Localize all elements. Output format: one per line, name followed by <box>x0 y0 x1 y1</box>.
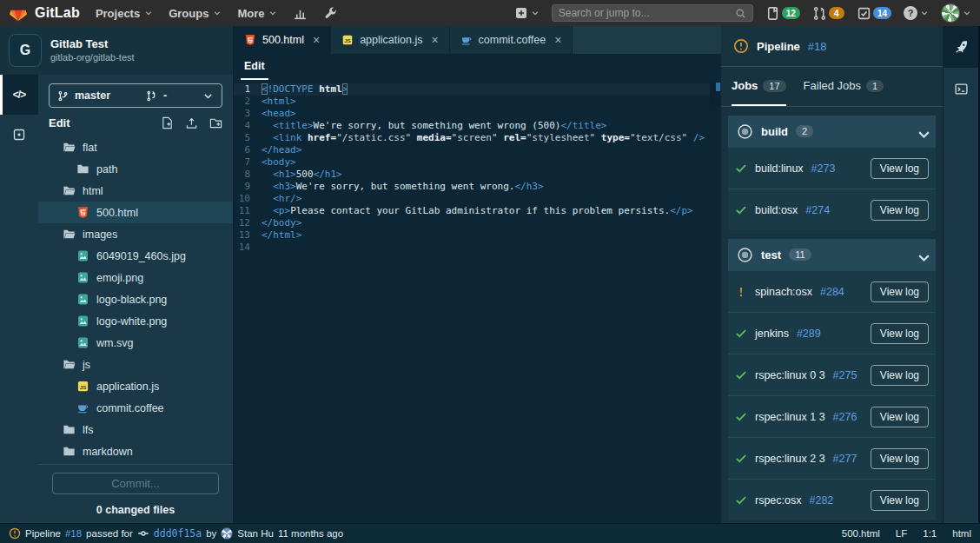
help-menu[interactable]: ? <box>904 6 929 20</box>
commit-button[interactable]: Commit... <box>52 473 219 494</box>
tree-header-label: Edit <box>49 116 70 129</box>
file-image-icon <box>76 336 89 349</box>
job-name: build:linux <box>755 162 804 175</box>
job-id-link[interactable]: #275 <box>833 369 858 381</box>
menu-projects[interactable]: Projects <box>96 7 153 20</box>
job-id-link[interactable]: #289 <box>797 328 821 340</box>
editor-tab-commit-coffee[interactable]: commit.coffee× <box>450 26 573 54</box>
file-language[interactable]: html <box>952 528 971 539</box>
close-icon[interactable]: × <box>554 34 561 46</box>
stage-header-build[interactable]: build2 <box>728 116 936 147</box>
stage-group-test: test11spinach:osx#284View logjenkins#289… <box>728 239 936 520</box>
gitlab-logo[interactable]: GitLab <box>9 3 80 23</box>
pipelines-rail-button[interactable] <box>944 26 978 68</box>
merge-requests-counter[interactable]: 4 <box>812 6 844 21</box>
folder-icon <box>63 445 76 458</box>
active-file-name[interactable]: 500.html <box>842 528 880 539</box>
code-editor[interactable]: 1<!DOCTYPE html>2<html>3<head>4 <title>W… <box>234 80 721 523</box>
line-number: 4 <box>234 120 262 132</box>
job-id-link[interactable]: #274 <box>805 204 830 216</box>
todos-counter[interactable]: 14 <box>857 6 891 21</box>
merge-request-icon <box>812 6 827 21</box>
tree-item-markdown[interactable]: markdown <box>38 440 233 462</box>
tree-item-commit-coffee[interactable]: commit.coffee <box>38 397 233 419</box>
new-menu-button[interactable] <box>514 6 540 20</box>
tree-item-images[interactable]: images <box>38 223 233 245</box>
editor-tab-500-html[interactable]: 500.html× <box>234 26 331 54</box>
tree-item-logo-black-png[interactable]: logo-black.png <box>38 288 233 310</box>
tree-item-logo-white-png[interactable]: logo-white.png <box>38 310 233 332</box>
jobs-count-badge: 17 <box>763 80 785 92</box>
check-icon <box>735 453 747 465</box>
view-log-button[interactable]: View log <box>871 200 929 221</box>
job-row-rspec-osx: rspec:osx#282View log <box>728 479 936 520</box>
tree-item-flat[interactable]: flat <box>38 136 233 158</box>
svg-text:JS: JS <box>345 38 351 43</box>
tree-item-wm-svg[interactable]: wm.svg <box>38 332 233 354</box>
pipeline-id-link[interactable]: #18 <box>65 528 82 539</box>
branch-selector[interactable]: master - <box>49 83 222 108</box>
new-file-button[interactable] <box>161 116 174 129</box>
author-name: Stan Hu <box>237 528 274 539</box>
tab-label: 500.html <box>262 34 304 46</box>
chevron-down-icon <box>144 9 153 17</box>
code-line: 7<body> <box>234 156 721 169</box>
chevron-down-icon[interactable] <box>916 249 927 261</box>
menu-more[interactable]: More <box>237 7 277 20</box>
close-icon[interactable]: × <box>431 34 438 46</box>
tree-item-emoji-png[interactable]: emoji.png <box>38 267 233 288</box>
chart-icon[interactable] <box>293 6 308 21</box>
tree-header: Edit <box>49 116 222 129</box>
view-log-button[interactable]: View log <box>871 407 929 427</box>
review-icon <box>12 128 26 142</box>
view-log-button[interactable]: View log <box>871 158 929 179</box>
editor-tab-application-js[interactable]: JSapplication.js× <box>331 26 449 54</box>
line-ending[interactable]: LF <box>896 528 907 539</box>
tab-edit-mode[interactable]: Edit <box>241 60 268 80</box>
job-row-build-osx: build:osx#274View log <box>728 189 936 230</box>
tree-item-label: js <box>83 359 90 371</box>
tree-item-6049019-460s-jpg[interactable]: 6049019_460s.jpg <box>38 245 233 267</box>
terminal-rail-button[interactable] <box>944 68 978 109</box>
job-id-link[interactable]: #284 <box>820 286 844 298</box>
job-id-link[interactable]: #282 <box>810 494 834 507</box>
pipeline-number-link[interactable]: #18 <box>808 40 827 53</box>
tree-item-500-html[interactable]: 500.html <box>38 202 233 223</box>
menu-groups[interactable]: Groups <box>169 7 222 20</box>
wrench-icon[interactable] <box>323 6 338 21</box>
view-log-button[interactable]: View log <box>871 365 929 386</box>
line-number: 11 <box>234 205 262 217</box>
view-log-button[interactable]: View log <box>871 281 929 302</box>
review-mode-button[interactable] <box>0 115 38 155</box>
project-header[interactable]: G Gitlab Test gitlab-org/gitlab-test <box>0 26 233 75</box>
view-log-button[interactable]: View log <box>871 323 929 344</box>
upload-file-button[interactable] <box>185 116 198 129</box>
tab-failed-jobs[interactable]: Failed Jobs 1 <box>804 67 884 106</box>
job-id-link[interactable]: #276 <box>833 411 858 423</box>
tree-item-js[interactable]: js <box>38 354 233 375</box>
issues-icon <box>765 6 780 21</box>
commit-sha-link[interactable]: ddd0f15a <box>154 527 202 540</box>
view-log-button[interactable]: View log <box>871 448 929 469</box>
code-line-content: </head> <box>262 144 301 156</box>
file-image-icon <box>76 315 89 328</box>
new-folder-button[interactable] <box>209 116 222 129</box>
issues-counter[interactable]: 12 <box>765 6 800 21</box>
tree-item-application-js[interactable]: JSapplication.js <box>38 375 233 397</box>
cursor-position[interactable]: 1:1 <box>923 528 937 539</box>
close-icon[interactable]: × <box>313 34 320 46</box>
view-log-button[interactable]: View log <box>871 490 929 511</box>
tree-item-lfs[interactable]: lfs <box>38 419 233 440</box>
job-id-link[interactable]: #273 <box>811 162 836 175</box>
stage-header-test[interactable]: test11 <box>728 239 936 270</box>
job-id-link[interactable]: #277 <box>833 453 858 465</box>
tree-item-path[interactable]: path <box>38 158 233 180</box>
user-menu[interactable] <box>941 3 971 23</box>
tree-item-html[interactable]: html <box>38 180 233 202</box>
pipeline-header: Pipeline #18 <box>721 26 943 67</box>
tab-jobs[interactable]: Jobs 17 <box>732 67 786 106</box>
search-input[interactable] <box>559 7 735 19</box>
job-name: rspec:linux 2 3 <box>755 453 825 465</box>
chevron-down-icon[interactable] <box>916 126 927 137</box>
edit-mode-button[interactable]: </> <box>0 75 38 115</box>
